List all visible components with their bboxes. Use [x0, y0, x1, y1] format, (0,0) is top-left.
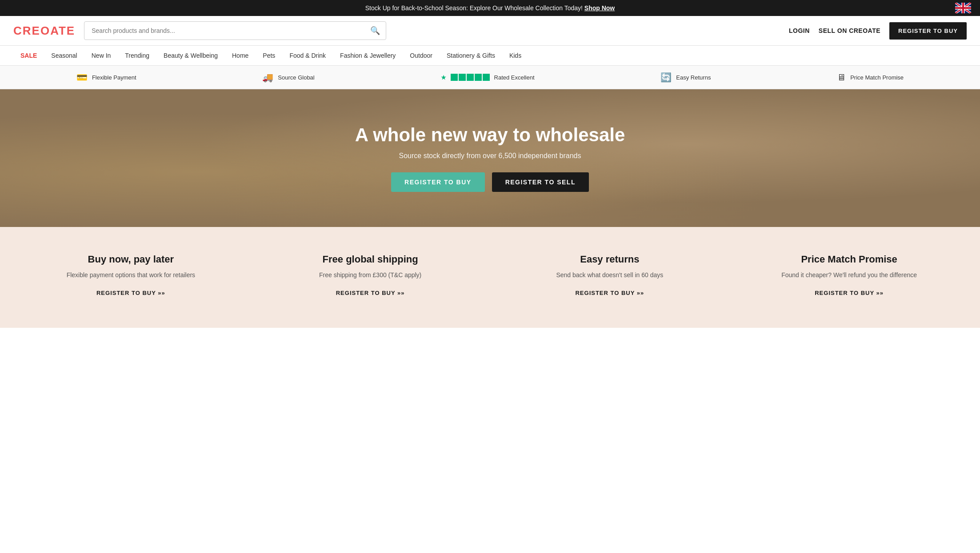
feature-buy-now: Buy now, pay later Flexible payment opti…: [18, 249, 244, 301]
feature-returns: Easy returns Send back what doesn't sell…: [497, 249, 723, 301]
announcement-text: Stock Up for Back-to-School Season: Expl…: [365, 4, 583, 12]
nav-item-fashion[interactable]: Fashion & Jewellery: [333, 46, 403, 65]
logo[interactable]: CREOATE: [13, 24, 75, 38]
feature-shipping: Free global shipping Free shipping from …: [257, 249, 484, 301]
trustpilot-logo: ★: [441, 74, 446, 81]
trust-global-label: Source Global: [278, 74, 314, 81]
search-input[interactable]: [84, 21, 386, 40]
announcement-link[interactable]: Shop Now: [584, 4, 615, 12]
feature-buy-now-link[interactable]: REGISTER TO BUY: [96, 290, 165, 296]
star-1: [451, 74, 458, 81]
search-container: 🔍: [84, 21, 386, 40]
feature-buy-now-desc: Flexible payment options that work for r…: [22, 271, 240, 280]
header-actions: LOGIN SELL ON CREOATE REGISTER TO BUY: [789, 22, 967, 40]
feature-price-match: Price Match Promise Found it cheaper? We…: [736, 249, 962, 301]
feature-shipping-link[interactable]: REGISTER TO BUY: [336, 290, 405, 296]
register-buy-header-button[interactable]: REGISTER TO BUY: [889, 22, 967, 40]
announcement-bar: Stock Up for Back-to-School Season: Expl…: [0, 0, 980, 16]
uk-flag-icon[interactable]: [955, 3, 971, 13]
logo-text: CRE: [13, 24, 40, 37]
feature-returns-desc: Send back what doesn't sell in 60 days: [501, 271, 719, 280]
nav-item-beauty[interactable]: Beauty & Wellbeing: [156, 46, 225, 65]
returns-icon: 🔄: [660, 72, 672, 83]
nav-item-new-in[interactable]: New In: [84, 46, 118, 65]
nav-item-trending[interactable]: Trending: [118, 46, 156, 65]
nav-item-kids[interactable]: Kids: [502, 46, 528, 65]
star-3: [467, 74, 474, 81]
global-icon: 🚚: [262, 72, 273, 83]
hero-title: A whole new way to wholesale: [355, 124, 625, 146]
nav-item-home[interactable]: Home: [225, 46, 256, 65]
star-5: [483, 74, 490, 81]
feature-price-match-desc: Found it cheaper? We'll refund you the d…: [740, 271, 958, 280]
features-section: Buy now, pay later Flexible payment opti…: [0, 227, 980, 328]
star-2: [459, 74, 466, 81]
star-4: [475, 74, 482, 81]
nav-item-seasonal[interactable]: Seasonal: [44, 46, 84, 65]
nav-item-pets[interactable]: Pets: [256, 46, 282, 65]
nav-item-outdoor[interactable]: Outdoor: [403, 46, 440, 65]
trust-bar: 💳 Flexible Payment 🚚 Source Global ★ Rat…: [0, 66, 980, 89]
trust-item-global: 🚚 Source Global: [262, 72, 314, 83]
nav-item-stationery[interactable]: Stationery & Gifts: [440, 46, 502, 65]
hero-register-sell-button[interactable]: REGISTER TO SELL: [492, 172, 589, 192]
nav-item-food[interactable]: Food & Drink: [282, 46, 333, 65]
header: CREOATE 🔍 LOGIN SELL ON CREOATE REGISTER…: [0, 16, 980, 46]
hero-register-buy-button[interactable]: REGISTER TO BUY: [391, 172, 485, 192]
trust-rated-label: Rated Excellent: [494, 74, 535, 81]
trust-item-returns: 🔄 Easy Returns: [660, 72, 711, 83]
hero-subtitle: Source stock directly from over 6,500 in…: [399, 152, 581, 160]
main-nav: SALE Seasonal New In Trending Beauty & W…: [0, 46, 980, 66]
logo-text2: ATE: [50, 24, 75, 37]
trust-payment-label: Flexible Payment: [92, 74, 136, 81]
price-match-icon: 🖥: [837, 72, 846, 83]
feature-price-match-link[interactable]: REGISTER TO BUY: [815, 290, 884, 296]
sell-button[interactable]: SELL ON CREOATE: [819, 27, 880, 34]
logo-o: O: [40, 24, 50, 38]
nav-item-sale[interactable]: SALE: [13, 46, 44, 65]
login-button[interactable]: LOGIN: [789, 27, 810, 34]
feature-price-match-title: Price Match Promise: [740, 254, 958, 265]
payment-icon: 💳: [76, 72, 88, 83]
hero-buttons: REGISTER TO BUY REGISTER TO SELL: [391, 172, 589, 192]
trust-item-trustpilot: ★ Rated Excellent: [441, 74, 535, 81]
trust-item-payment: 💳 Flexible Payment: [76, 72, 136, 83]
search-icon[interactable]: 🔍: [370, 26, 380, 36]
trustpilot-stars: [451, 74, 490, 81]
feature-buy-now-title: Buy now, pay later: [22, 254, 240, 265]
feature-shipping-title: Free global shipping: [262, 254, 479, 265]
feature-returns-link[interactable]: REGISTER TO BUY: [575, 290, 644, 296]
feature-shipping-desc: Free shipping from £300 (T&C apply): [262, 271, 479, 280]
hero-section: A whole new way to wholesale Source stoc…: [0, 89, 980, 227]
feature-returns-title: Easy returns: [501, 254, 719, 265]
trust-item-price-match: 🖥 Price Match Promise: [837, 72, 904, 83]
trust-returns-label: Easy Returns: [676, 74, 711, 81]
trust-price-match-label: Price Match Promise: [850, 74, 904, 81]
